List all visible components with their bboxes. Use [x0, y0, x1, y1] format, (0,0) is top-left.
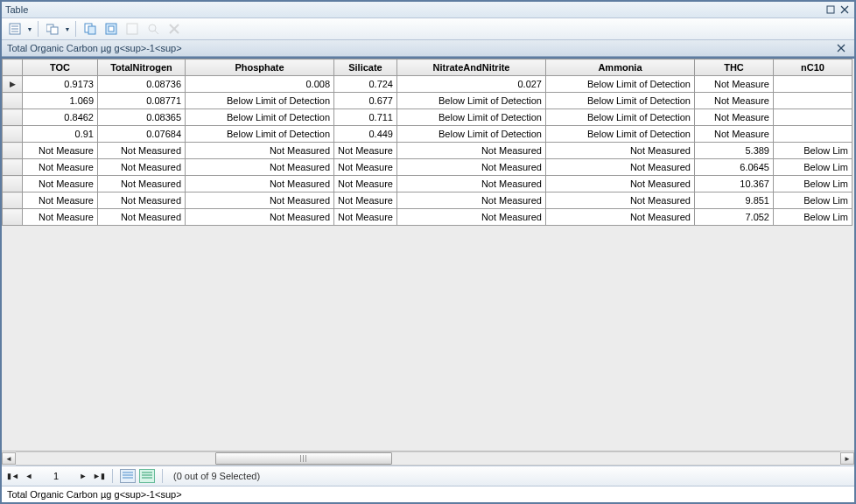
column-header[interactable]: TOC	[23, 60, 98, 76]
cell[interactable]: Below Limit of Detection	[545, 76, 694, 93]
cell[interactable]: Not Measured	[186, 192, 334, 209]
table-row[interactable]: Not MeasureNot MeasuredNot MeasuredNot M…	[3, 143, 852, 159]
cell[interactable]: 0.711	[334, 109, 397, 126]
column-header[interactable]: Silicate	[334, 60, 397, 76]
cell[interactable]: Below Limit of Detection	[545, 126, 694, 143]
cell[interactable]: Not Measured	[186, 159, 334, 176]
row-selector[interactable]	[3, 109, 23, 126]
cell[interactable]: Not Measured	[98, 143, 186, 159]
cell[interactable]: Not Measured	[98, 159, 186, 176]
cell[interactable]: Not Measured	[396, 143, 545, 159]
row-selector[interactable]	[3, 143, 23, 159]
scroll-left-button[interactable]: ◄	[2, 452, 16, 465]
cell[interactable]: Not Measure	[334, 159, 397, 176]
cell[interactable]: 0.027	[396, 76, 545, 93]
column-header[interactable]: THC	[694, 60, 773, 76]
first-record-button[interactable]: ▮◄	[7, 470, 19, 482]
row-selector[interactable]: ▶	[3, 76, 23, 93]
cell[interactable]: Not Measure	[334, 192, 397, 209]
row-selector[interactable]	[3, 126, 23, 143]
cell[interactable]: Below Limit of Detection	[186, 126, 334, 143]
table-row[interactable]: 0.84620.08365Below Limit of Detection0.7…	[3, 109, 852, 126]
cell[interactable]: 0.08736	[98, 76, 186, 93]
scroll-thumb[interactable]	[215, 452, 392, 465]
show-selected-records-button[interactable]	[139, 469, 155, 483]
cell[interactable]: 7.052	[694, 209, 773, 226]
table-row[interactable]: 1.0690.08771Below Limit of Detection0.67…	[3, 93, 852, 109]
cell[interactable]: Below Limit of Detection	[396, 126, 545, 143]
row-selector[interactable]	[3, 159, 23, 176]
cell[interactable]: Not Measured	[545, 192, 694, 209]
row-selector[interactable]	[3, 192, 23, 209]
show-all-records-button[interactable]	[120, 469, 136, 483]
table-row[interactable]: 0.910.07684Below Limit of Detection0.449…	[3, 126, 852, 143]
cell[interactable]: Not Measured	[98, 176, 186, 192]
cell[interactable]: 0.08771	[98, 93, 186, 109]
table-row[interactable]: Not MeasureNot MeasuredNot MeasuredNot M…	[3, 176, 852, 192]
cell[interactable]: Not Measured	[396, 192, 545, 209]
row-selector[interactable]	[3, 209, 23, 226]
table-options-dropdown-icon[interactable]: ▼	[26, 26, 33, 32]
next-record-button[interactable]: ►	[77, 470, 89, 482]
cell[interactable]: Below Limit of Detection	[545, 109, 694, 126]
zoom-selected-button[interactable]	[144, 19, 163, 38]
cell[interactable]	[773, 109, 852, 126]
row-selector[interactable]	[3, 176, 23, 192]
cell[interactable]: 0.724	[334, 76, 397, 93]
cell[interactable]: Not Measured	[396, 159, 545, 176]
cell[interactable]: 1.069	[23, 93, 98, 109]
cell[interactable]: Not Measured	[186, 176, 334, 192]
column-header[interactable]: Phosphate	[186, 60, 334, 76]
cell[interactable]: Not Measured	[545, 159, 694, 176]
cell[interactable]: Below Lim	[773, 209, 852, 226]
cell[interactable]: Below Limit of Detection	[186, 93, 334, 109]
cell[interactable]: Not Measure	[23, 209, 98, 226]
scroll-track[interactable]	[16, 452, 840, 466]
cell[interactable]: Below Lim	[773, 143, 852, 159]
record-number[interactable]: 1	[39, 471, 74, 481]
switch-selection-button[interactable]	[102, 19, 121, 38]
column-header[interactable]: nC10	[773, 60, 852, 76]
cell[interactable]: Not Measure	[694, 126, 773, 143]
subheader-close-icon[interactable]	[837, 44, 849, 52]
cell[interactable]: Not Measure	[694, 76, 773, 93]
last-record-button[interactable]: ►▮	[93, 470, 105, 482]
cell[interactable]: Below Lim	[773, 192, 852, 209]
cell[interactable]: Below Limit of Detection	[545, 93, 694, 109]
cell[interactable]: Not Measure	[23, 176, 98, 192]
cell[interactable]: Not Measured	[98, 192, 186, 209]
table-row[interactable]: ▶0.91730.087360.0080.7240.027Below Limit…	[3, 76, 852, 93]
cell[interactable]: 6.0645	[694, 159, 773, 176]
cell[interactable]: 0.8462	[23, 109, 98, 126]
cell[interactable]: 10.367	[694, 176, 773, 192]
cell[interactable]: Not Measure	[334, 209, 397, 226]
cell[interactable]: 0.07684	[98, 126, 186, 143]
cell[interactable]: Below Lim	[773, 176, 852, 192]
cell[interactable]: Not Measured	[396, 176, 545, 192]
cell[interactable]	[773, 76, 852, 93]
cell[interactable]: Not Measured	[545, 176, 694, 192]
cell[interactable]: 0.008	[186, 76, 334, 93]
related-tables-dropdown-icon[interactable]: ▼	[64, 26, 71, 32]
delete-selected-button[interactable]	[165, 19, 184, 38]
cell[interactable]: Not Measure	[694, 109, 773, 126]
cell[interactable]: Below Lim	[773, 159, 852, 176]
cell[interactable]: 0.08365	[98, 109, 186, 126]
horizontal-scrollbar[interactable]: ◄ ►	[2, 451, 854, 466]
window-maximize-icon[interactable]	[824, 4, 837, 16]
cell[interactable]: Not Measured	[545, 209, 694, 226]
cell[interactable]: Not Measure	[23, 159, 98, 176]
cell[interactable]: 0.449	[334, 126, 397, 143]
table-row[interactable]: Not MeasureNot MeasuredNot MeasuredNot M…	[3, 209, 852, 226]
cell[interactable]: Not Measured	[98, 209, 186, 226]
cell[interactable]: Not Measured	[396, 209, 545, 226]
table-options-button[interactable]	[5, 19, 25, 38]
prev-record-button[interactable]: ◄	[23, 470, 35, 482]
cell[interactable]: Not Measured	[186, 143, 334, 159]
cell[interactable]: 0.91	[23, 126, 98, 143]
column-header[interactable]: Ammonia	[545, 60, 694, 76]
cell[interactable]: 0.677	[334, 93, 397, 109]
cell[interactable]: Not Measure	[334, 176, 397, 192]
cell[interactable]: Not Measure	[694, 93, 773, 109]
row-header-corner[interactable]	[3, 60, 23, 76]
